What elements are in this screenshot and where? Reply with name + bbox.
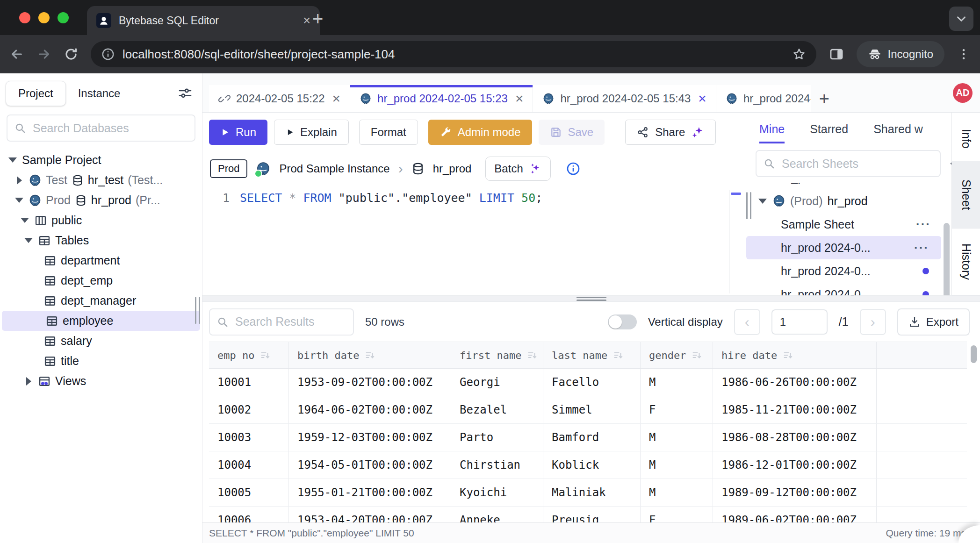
column-header[interactable]: emp_no bbox=[209, 342, 289, 368]
close-icon[interactable]: × bbox=[698, 92, 706, 106]
editor-tab[interactable]: hr_prod 2024-0 bbox=[716, 85, 811, 112]
tree-item[interactable]: Prodhr_prod(Pr... bbox=[0, 190, 202, 210]
tree-item[interactable]: employee bbox=[2, 311, 200, 331]
tree-item[interactable]: public bbox=[0, 210, 202, 230]
table-cell[interactable]: 10002 bbox=[209, 396, 289, 423]
sort-icon[interactable] bbox=[613, 350, 624, 361]
instance-name[interactable]: Prod Sample Instance bbox=[279, 162, 389, 175]
bookmark-star-icon[interactable] bbox=[792, 47, 806, 61]
side-tab-history[interactable]: History bbox=[952, 229, 980, 295]
editor-tab[interactable]: 2024-02-05 15:22× bbox=[209, 85, 350, 112]
table-cell[interactable]: F bbox=[641, 507, 713, 522]
sheet-panel-tab-shared-w[interactable]: Shared w bbox=[873, 122, 923, 143]
table-cell[interactable]: Bamford bbox=[543, 424, 641, 451]
column-header[interactable]: first_name bbox=[451, 342, 543, 368]
results-search-input[interactable] bbox=[234, 314, 346, 329]
table-cell[interactable]: 10005 bbox=[209, 479, 289, 506]
close-icon[interactable]: × bbox=[332, 92, 341, 106]
column-header[interactable]: hire_date bbox=[713, 342, 877, 368]
table-cell[interactable]: Georgi bbox=[451, 369, 543, 396]
more-menu-icon[interactable]: ··· bbox=[914, 241, 929, 255]
prev-page-button[interactable]: ‹ bbox=[734, 309, 760, 335]
panel-resize-handle[interactable] bbox=[746, 192, 751, 219]
caret-down-icon[interactable] bbox=[23, 238, 34, 243]
table-cell[interactable]: F bbox=[641, 396, 713, 423]
sheet-list-item[interactable]: Sample Sheet··· bbox=[746, 213, 943, 236]
sheet-search-input[interactable] bbox=[781, 157, 933, 171]
batch-button[interactable]: Batch bbox=[485, 157, 550, 181]
explain-button[interactable]: Explain bbox=[274, 120, 349, 145]
table-row[interactable]: 100061953-04-20T00:00:00ZAnnekePreusigF1… bbox=[209, 507, 967, 522]
table-cell[interactable]: 1953-09-02T00:00:00Z bbox=[289, 369, 451, 396]
caret-right-icon[interactable] bbox=[23, 377, 34, 386]
table-cell[interactable]: 1953-04-20T00:00:00Z bbox=[289, 507, 451, 522]
browser-tab[interactable]: Bytebase SQL Editor × bbox=[87, 6, 320, 35]
sheet-list-item[interactable]: hr_prod 2024-0... bbox=[746, 283, 943, 295]
table-cell[interactable]: M bbox=[641, 369, 713, 396]
sheet-search[interactable] bbox=[756, 150, 941, 177]
forward-icon[interactable] bbox=[36, 47, 51, 62]
sort-icon[interactable] bbox=[260, 350, 271, 361]
sheet-panel-tab-mine[interactable]: Mine bbox=[759, 122, 785, 143]
window-zoom-button[interactable] bbox=[58, 12, 69, 23]
sidebar-resize-handle[interactable] bbox=[195, 297, 200, 324]
run-button[interactable]: Run bbox=[209, 120, 267, 145]
address-bar[interactable]: localhost:8080/sql-editor/sheet/project-… bbox=[91, 41, 816, 67]
table-cell[interactable]: M bbox=[641, 424, 713, 451]
save-button[interactable]: Save bbox=[539, 120, 605, 145]
table-cell[interactable]: Maliniak bbox=[543, 479, 641, 506]
table-cell[interactable]: 10004 bbox=[209, 451, 289, 479]
column-header[interactable]: birth_date bbox=[289, 342, 451, 368]
next-page-button[interactable]: › bbox=[860, 309, 886, 335]
editor-minimap[interactable] bbox=[729, 190, 742, 293]
results-search[interactable] bbox=[209, 308, 354, 336]
avatar[interactable]: AD bbox=[953, 83, 973, 103]
tree-item[interactable]: salary bbox=[0, 331, 202, 351]
table-cell[interactable]: Chirstian bbox=[451, 451, 543, 479]
sheet-list-item[interactable]: hr_prod 2024-0... bbox=[746, 183, 943, 189]
caret-down-icon[interactable] bbox=[7, 157, 18, 163]
sidebar-tab-project[interactable]: Project bbox=[6, 81, 66, 106]
tree-item[interactable]: Tables bbox=[0, 230, 202, 250]
table-cell[interactable]: 1955-01-21T00:00:00Z bbox=[289, 479, 451, 506]
table-cell[interactable]: 1964-06-02T00:00:00Z bbox=[289, 396, 451, 423]
table-cell[interactable]: Parto bbox=[451, 424, 543, 451]
database-search[interactable] bbox=[7, 114, 195, 142]
table-cell[interactable]: M bbox=[641, 479, 713, 506]
new-browser-tab-button[interactable]: + bbox=[312, 8, 323, 29]
table-cell[interactable]: Anneke bbox=[451, 507, 543, 522]
close-icon[interactable]: × bbox=[515, 92, 524, 106]
table-cell[interactable]: Simmel bbox=[543, 396, 641, 423]
window-close-button[interactable] bbox=[19, 12, 30, 23]
table-row[interactable]: 100011953-09-02T00:00:00ZGeorgiFacelloM1… bbox=[209, 369, 967, 396]
tab-search-button[interactable] bbox=[949, 7, 973, 31]
table-cell[interactable]: 10001 bbox=[209, 369, 289, 396]
format-button[interactable]: Format bbox=[359, 120, 418, 145]
info-circle-icon[interactable] bbox=[566, 161, 581, 176]
table-cell[interactable]: 1986-08-28T00:00:00Z bbox=[713, 424, 877, 451]
table-cell[interactable]: 1959-12-03T00:00:00Z bbox=[289, 424, 451, 451]
sheet-list-scrollbar[interactable] bbox=[944, 223, 950, 295]
sort-icon[interactable] bbox=[365, 350, 376, 361]
table-cell[interactable]: Facello bbox=[543, 369, 641, 396]
sheet-list-item[interactable]: hr_prod 2024-0...··· bbox=[746, 236, 941, 259]
table-cell[interactable]: 10003 bbox=[209, 424, 289, 451]
tree-item[interactable]: Views bbox=[0, 371, 202, 391]
back-icon[interactable] bbox=[9, 47, 24, 62]
admin-mode-button[interactable]: Admin mode bbox=[428, 120, 532, 145]
table-cell[interactable]: 1989-06-02T00:00:00Z bbox=[713, 507, 877, 522]
database-name[interactable]: hr_prod bbox=[433, 162, 472, 175]
tree-item[interactable]: department bbox=[0, 250, 202, 271]
sheet-group[interactable]: (Prod)hr_prod bbox=[746, 189, 943, 213]
table-cell[interactable]: Preusig bbox=[543, 507, 641, 522]
caret-right-icon[interactable] bbox=[14, 176, 24, 185]
tree-item[interactable]: title bbox=[0, 351, 202, 371]
sort-icon[interactable] bbox=[783, 350, 794, 361]
sql-code-editor[interactable]: 1 SELECT * FROM "public"."employee" LIMI… bbox=[202, 186, 746, 205]
table-cell[interactable]: 1985-11-21T00:00:00Z bbox=[713, 396, 877, 423]
tree-item[interactable]: Testhr_test(Test... bbox=[0, 170, 202, 190]
side-panel-icon[interactable] bbox=[829, 46, 844, 62]
more-menu-icon[interactable]: ··· bbox=[916, 217, 931, 232]
export-button[interactable]: Export bbox=[897, 308, 970, 336]
reload-icon[interactable] bbox=[64, 47, 79, 62]
